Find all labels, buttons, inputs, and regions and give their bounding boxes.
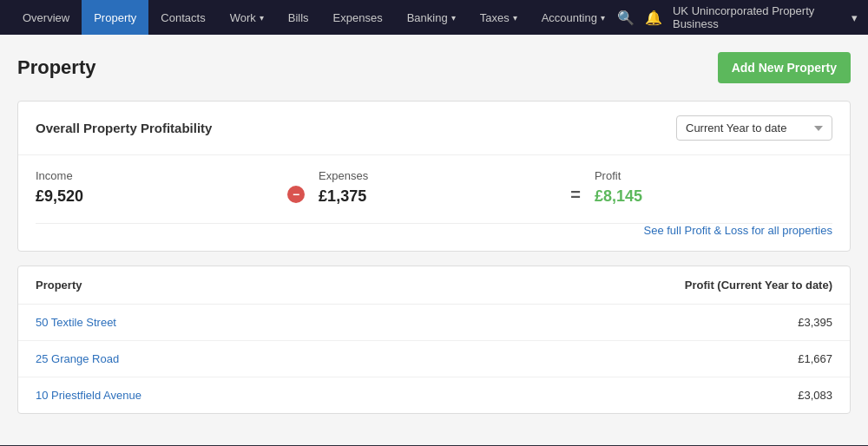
equals-icon: = — [556, 185, 595, 205]
expenses-value: £1,375 — [319, 187, 556, 206]
income-value: £9,520 — [36, 187, 273, 206]
bell-icon: 🔔 — [645, 10, 662, 25]
org-chevron-icon: ▾ — [852, 11, 858, 24]
nav-item-banking[interactable]: Banking ▾ — [395, 0, 468, 35]
income-block: Income £9,520 — [36, 169, 273, 206]
nav-item-bills[interactable]: Bills — [276, 0, 321, 35]
banking-chevron-icon: ▾ — [451, 13, 456, 23]
table-row: 25 Grange Road £1,667 — [18, 341, 850, 377]
property-link-1[interactable]: 50 Textile Street — [36, 316, 659, 329]
col-property-header: Property — [36, 279, 659, 292]
page-content: Property Add New Property Overall Proper… — [0, 35, 868, 445]
property-profit-2: £1,667 — [659, 352, 832, 365]
page-header: Property Add New Property — [17, 52, 851, 83]
property-link-2[interactable]: 25 Grange Road — [36, 352, 659, 365]
table-header: Property Profit (Current Year to date) — [18, 266, 850, 305]
expenses-label: Expenses — [319, 169, 556, 182]
nav-item-work[interactable]: Work ▾ — [218, 0, 276, 35]
minus-icon: − — [287, 186, 305, 203]
profitability-title: Overall Property Profitability — [36, 121, 212, 135]
property-link-3[interactable]: 10 Priestfield Avenue — [36, 389, 659, 402]
page-title: Property — [17, 56, 95, 79]
minus-operator: − — [273, 186, 319, 203]
profit-figures: Income £9,520 − Expenses £1,375 = Profit… — [18, 155, 850, 223]
table-row: 10 Priestfield Avenue £3,083 — [18, 377, 850, 413]
profitability-header: Overall Property Profitability Current Y… — [18, 102, 850, 155]
expenses-block: Expenses £1,375 — [319, 169, 556, 206]
pnl-link-row: See full Profit & Loss for all propertie… — [18, 224, 850, 251]
property-profit-3: £3,083 — [659, 389, 832, 402]
property-profit-1: £3,395 — [659, 316, 832, 329]
main-nav: Overview Property Contacts Work ▾ Bills … — [0, 0, 868, 35]
nav-item-taxes[interactable]: Taxes ▾ — [468, 0, 529, 35]
period-select[interactable]: Current Year to date Previous Year Last … — [676, 115, 832, 141]
org-selector[interactable]: UK Unincorporated Property Business ▾ — [673, 4, 858, 30]
income-label: Income — [36, 169, 273, 182]
property-table: Property Profit (Current Year to date) 5… — [18, 266, 850, 413]
accounting-chevron-icon: ▾ — [601, 13, 605, 23]
pnl-link[interactable]: See full Profit & Loss for all propertie… — [644, 224, 833, 237]
add-new-property-button[interactable]: Add New Property — [718, 52, 851, 83]
work-chevron-icon: ▾ — [260, 13, 264, 23]
nav-item-contacts[interactable]: Contacts — [148, 0, 217, 35]
profit-value: £8,145 — [595, 187, 832, 206]
search-icon[interactable]: 🔍 — [617, 10, 635, 26]
profit-label: Profit — [595, 169, 832, 182]
nav-item-expenses[interactable]: Expenses — [321, 0, 395, 35]
taxes-chevron-icon: ▾ — [513, 13, 517, 23]
profitability-card: Overall Property Profitability Current Y… — [17, 101, 851, 252]
nav-item-accounting[interactable]: Accounting ▾ — [529, 0, 617, 35]
notifications-bell[interactable]: 🔔 — [645, 10, 662, 26]
property-table-card: Property Profit (Current Year to date) 5… — [17, 266, 851, 414]
nav-item-overview[interactable]: Overview — [10, 0, 82, 35]
col-profit-header: Profit (Current Year to date) — [659, 279, 832, 292]
table-row: 50 Textile Street £3,395 — [18, 305, 850, 341]
profit-block: Profit £8,145 — [595, 169, 832, 206]
nav-item-property[interactable]: Property — [82, 0, 148, 35]
